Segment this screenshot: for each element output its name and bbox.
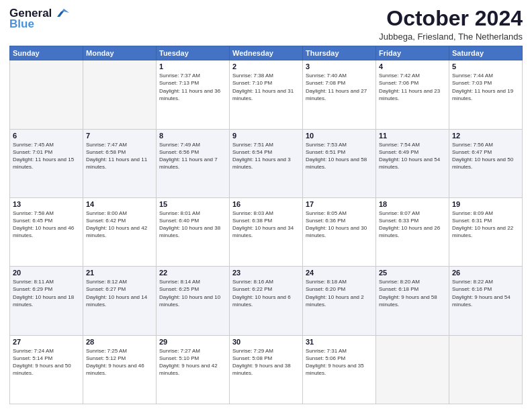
day-number: 6 <box>13 132 80 140</box>
calendar-week-row: 27Sunrise: 7:24 AM Sunset: 5:14 PM Dayli… <box>10 335 523 404</box>
day-info: Sunrise: 7:53 AM Sunset: 6:51 PM Dayligh… <box>306 141 373 171</box>
col-monday: Monday <box>83 46 157 60</box>
day-number: 27 <box>13 338 80 346</box>
day-info: Sunrise: 8:22 AM Sunset: 6:16 PM Dayligh… <box>452 278 519 308</box>
logo: General Blue <box>9 7 69 31</box>
day-info: Sunrise: 8:12 AM Sunset: 6:27 PM Dayligh… <box>86 278 153 308</box>
calendar-week-row: 6Sunrise: 7:45 AM Sunset: 7:01 PM Daylig… <box>10 129 523 197</box>
table-cell <box>376 335 449 404</box>
table-cell <box>449 335 523 404</box>
day-info: Sunrise: 8:01 AM Sunset: 6:40 PM Dayligh… <box>159 210 226 240</box>
day-number: 13 <box>13 200 80 208</box>
day-number: 8 <box>159 132 226 140</box>
logo-bird-icon <box>54 7 69 19</box>
day-number: 24 <box>306 269 373 277</box>
day-number: 2 <box>232 62 300 71</box>
day-number: 7 <box>86 132 153 140</box>
day-number: 23 <box>232 269 300 277</box>
table-cell: 4Sunrise: 7:42 AM Sunset: 7:06 PM Daylig… <box>376 60 449 129</box>
calendar-week-row: 13Sunrise: 7:58 AM Sunset: 6:45 PM Dayli… <box>10 197 523 266</box>
table-cell: 21Sunrise: 8:12 AM Sunset: 6:27 PM Dayli… <box>83 267 157 335</box>
table-cell: 24Sunrise: 8:18 AM Sunset: 6:20 PM Dayli… <box>303 267 376 335</box>
day-info: Sunrise: 8:03 AM Sunset: 6:38 PM Dayligh… <box>232 210 300 240</box>
table-cell: 13Sunrise: 7:58 AM Sunset: 6:45 PM Dayli… <box>10 197 83 266</box>
day-number: 18 <box>379 200 446 208</box>
table-cell <box>83 60 157 129</box>
table-cell: 1Sunrise: 7:37 AM Sunset: 7:13 PM Daylig… <box>157 60 230 129</box>
day-number: 12 <box>452 132 519 140</box>
calendar-table: Sunday Monday Tuesday Wednesday Thursday… <box>9 46 523 404</box>
table-cell: 9Sunrise: 7:51 AM Sunset: 6:54 PM Daylig… <box>230 129 303 197</box>
day-info: Sunrise: 7:51 AM Sunset: 6:54 PM Dayligh… <box>232 141 300 171</box>
day-number: 3 <box>306 62 373 71</box>
table-cell: 10Sunrise: 7:53 AM Sunset: 6:51 PM Dayli… <box>303 129 376 197</box>
col-tuesday: Tuesday <box>157 46 230 60</box>
day-info: Sunrise: 7:31 AM Sunset: 5:06 PM Dayligh… <box>306 347 373 377</box>
day-number: 28 <box>86 338 153 346</box>
day-number: 19 <box>452 200 519 208</box>
header-row: Sunday Monday Tuesday Wednesday Thursday… <box>10 46 523 60</box>
day-info: Sunrise: 7:47 AM Sunset: 6:58 PM Dayligh… <box>86 141 153 171</box>
calendar-week-row: 20Sunrise: 8:11 AM Sunset: 6:29 PM Dayli… <box>10 267 523 335</box>
day-number: 5 <box>452 62 519 71</box>
day-info: Sunrise: 7:54 AM Sunset: 6:49 PM Dayligh… <box>379 141 446 171</box>
table-cell: 15Sunrise: 8:01 AM Sunset: 6:40 PM Dayli… <box>157 197 230 266</box>
header: General Blue October 2024 Jubbega, Fries… <box>9 7 523 42</box>
col-saturday: Saturday <box>449 46 523 60</box>
col-wednesday: Wednesday <box>230 46 303 60</box>
table-cell: 6Sunrise: 7:45 AM Sunset: 7:01 PM Daylig… <box>10 129 83 197</box>
table-cell: 23Sunrise: 8:16 AM Sunset: 6:22 PM Dayli… <box>230 267 303 335</box>
day-number: 11 <box>379 132 446 140</box>
day-number: 21 <box>86 269 153 277</box>
day-info: Sunrise: 8:20 AM Sunset: 6:18 PM Dayligh… <box>379 278 446 308</box>
table-cell: 5Sunrise: 7:44 AM Sunset: 7:03 PM Daylig… <box>449 60 523 129</box>
table-cell: 2Sunrise: 7:38 AM Sunset: 7:10 PM Daylig… <box>230 60 303 129</box>
day-number: 9 <box>232 132 300 140</box>
day-info: Sunrise: 7:40 AM Sunset: 7:08 PM Dayligh… <box>306 72 373 102</box>
day-info: Sunrise: 8:05 AM Sunset: 6:36 PM Dayligh… <box>306 210 373 240</box>
day-number: 26 <box>452 269 519 277</box>
day-number: 15 <box>159 200 226 208</box>
logo-blue-text: Blue <box>9 17 34 31</box>
day-info: Sunrise: 7:42 AM Sunset: 7:06 PM Dayligh… <box>379 72 446 102</box>
table-cell: 17Sunrise: 8:05 AM Sunset: 6:36 PM Dayli… <box>303 197 376 266</box>
day-number: 14 <box>86 200 153 208</box>
day-info: Sunrise: 7:45 AM Sunset: 7:01 PM Dayligh… <box>13 141 80 171</box>
col-friday: Friday <box>376 46 449 60</box>
day-info: Sunrise: 8:09 AM Sunset: 6:31 PM Dayligh… <box>452 210 519 240</box>
day-number: 10 <box>306 132 373 140</box>
day-number: 4 <box>379 62 446 71</box>
day-number: 17 <box>306 200 373 208</box>
day-number: 20 <box>13 269 80 277</box>
page: General Blue October 2024 Jubbega, Fries… <box>0 0 532 411</box>
day-info: Sunrise: 7:29 AM Sunset: 5:08 PM Dayligh… <box>232 347 300 377</box>
table-cell: 20Sunrise: 8:11 AM Sunset: 6:29 PM Dayli… <box>10 267 83 335</box>
table-cell: 7Sunrise: 7:47 AM Sunset: 6:58 PM Daylig… <box>83 129 157 197</box>
day-number: 29 <box>159 338 226 346</box>
table-cell: 11Sunrise: 7:54 AM Sunset: 6:49 PM Dayli… <box>376 129 449 197</box>
table-cell: 12Sunrise: 7:56 AM Sunset: 6:47 PM Dayli… <box>449 129 523 197</box>
day-number: 31 <box>306 338 373 346</box>
table-cell: 31Sunrise: 7:31 AM Sunset: 5:06 PM Dayli… <box>303 335 376 404</box>
day-info: Sunrise: 7:25 AM Sunset: 5:12 PM Dayligh… <box>86 347 153 377</box>
table-cell: 16Sunrise: 8:03 AM Sunset: 6:38 PM Dayli… <box>230 197 303 266</box>
col-thursday: Thursday <box>303 46 376 60</box>
table-cell: 18Sunrise: 8:07 AM Sunset: 6:33 PM Dayli… <box>376 197 449 266</box>
location: Jubbega, Friesland, The Netherlands <box>379 32 523 42</box>
table-cell: 19Sunrise: 8:09 AM Sunset: 6:31 PM Dayli… <box>449 197 523 266</box>
table-cell: 25Sunrise: 8:20 AM Sunset: 6:18 PM Dayli… <box>376 267 449 335</box>
day-info: Sunrise: 7:38 AM Sunset: 7:10 PM Dayligh… <box>232 72 300 102</box>
day-info: Sunrise: 7:24 AM Sunset: 5:14 PM Dayligh… <box>13 347 80 377</box>
table-cell: 27Sunrise: 7:24 AM Sunset: 5:14 PM Dayli… <box>10 335 83 404</box>
day-info: Sunrise: 8:07 AM Sunset: 6:33 PM Dayligh… <box>379 210 446 240</box>
table-cell: 29Sunrise: 7:27 AM Sunset: 5:10 PM Dayli… <box>157 335 230 404</box>
day-number: 30 <box>232 338 300 346</box>
svg-marker-1 <box>57 11 64 17</box>
calendar-week-row: 1Sunrise: 7:37 AM Sunset: 7:13 PM Daylig… <box>10 60 523 129</box>
day-info: Sunrise: 7:58 AM Sunset: 6:45 PM Dayligh… <box>13 210 80 240</box>
day-number: 16 <box>232 200 300 208</box>
day-info: Sunrise: 8:11 AM Sunset: 6:29 PM Dayligh… <box>13 278 80 308</box>
day-number: 22 <box>159 269 226 277</box>
day-info: Sunrise: 7:56 AM Sunset: 6:47 PM Dayligh… <box>452 141 519 171</box>
day-info: Sunrise: 8:00 AM Sunset: 6:42 PM Dayligh… <box>86 210 153 240</box>
